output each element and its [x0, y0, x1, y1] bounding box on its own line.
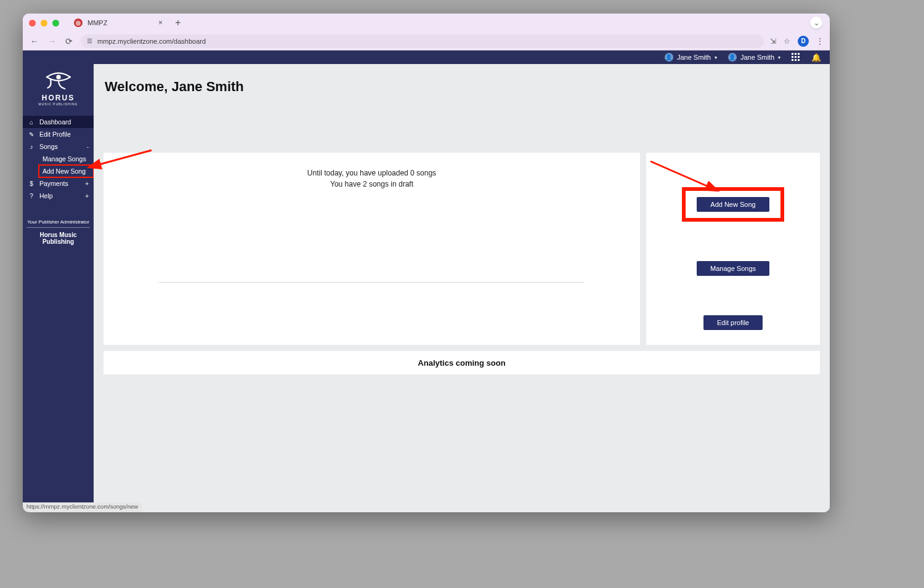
svg-point-0 [56, 75, 60, 79]
question-icon: ? [28, 193, 35, 199]
expand-icon: + [85, 180, 89, 187]
edit-profile-button[interactable]: Edit profile [703, 315, 763, 330]
publisher-admin-name: Horus Music Publishing [26, 232, 90, 245]
stats-card: Until today, you have uploaded 0 songs Y… [103, 153, 640, 345]
url-text: mmpz.myclientzone.com/dashboard [97, 38, 206, 45]
annotation-highlight-box: Add New Song [682, 187, 784, 222]
browser-menu-icon[interactable]: ⋮ [816, 37, 824, 46]
sidebar-item-label: Help [39, 192, 53, 199]
topbar-user-menu-1[interactable]: 👤 Jane Smith ▾ [665, 53, 717, 62]
sidebar-item-label: Payments [39, 180, 68, 187]
browser-titlebar: ◎ MMPZ × + ⌄ [23, 14, 830, 32]
bookmark-icon[interactable]: ☆ [784, 37, 790, 46]
status-url: https://mmpz.myclientzone.com/songs/new [26, 503, 138, 510]
app-root: 👤 Jane Smith ▾ 👤 Jane Smith ▾ 🔔 [23, 50, 830, 512]
publisher-admin-block: Your Publisher Administrator Horus Music… [23, 219, 94, 245]
apps-grid-icon[interactable] [792, 53, 800, 62]
browser-address-bar: ← → ⟳ ☰ mmpz.myclientzone.com/dashboard … [23, 32, 830, 50]
main-content: Welcome, Jane Smith Until today, you hav… [94, 50, 830, 512]
caret-down-icon: ▾ [715, 55, 717, 60]
analytics-card: Analytics coming soon [103, 351, 820, 374]
sidebar-nav: ⌂ Dashboard ✎ Edit Profile ♪ Songs - Man… [23, 116, 94, 202]
sidebar-item-dashboard[interactable]: ⌂ Dashboard [23, 116, 94, 128]
add-new-song-button[interactable]: Add New Song [697, 197, 769, 212]
sidebar-item-payments[interactable]: $ Payments + [23, 177, 94, 190]
tab-favicon-icon: ◎ [74, 18, 83, 27]
window-controls [29, 20, 59, 26]
dashboard-panels: Until today, you have uploaded 0 songs Y… [103, 153, 820, 345]
sidebar-item-help[interactable]: ? Help + [23, 190, 94, 202]
actions-card: Add New Song Manage Songs Edit profile [646, 153, 820, 345]
user-avatar-icon: 👤 [728, 53, 737, 62]
horus-eye-icon [45, 70, 72, 91]
close-window-icon[interactable] [29, 20, 36, 26]
user-edit-icon: ✎ [28, 131, 35, 138]
publisher-admin-label: Your Publisher Administrator [26, 219, 90, 228]
sidebar-subitem-add-new-song[interactable]: Add New Song [39, 165, 94, 177]
analytics-text: Analytics coming soon [418, 358, 505, 368]
brand-logo: HORUS MUSIC PUBLISHING [23, 64, 94, 116]
browser-tab[interactable]: ◎ MMPZ × [70, 15, 169, 30]
brand-name: HORUS [42, 94, 75, 102]
topbar-user-name: Jane Smith [677, 54, 711, 61]
browser-window: ◎ MMPZ × + ⌄ ← → ⟳ ☰ mmpz.myclientzone.c… [23, 14, 830, 512]
manage-songs-button[interactable]: Manage Songs [697, 261, 769, 276]
upload-stats: Until today, you have uploaded 0 songs Y… [307, 167, 436, 190]
notifications-bell-icon[interactable]: 🔔 [811, 53, 821, 62]
tab-close-icon[interactable]: × [158, 18, 163, 27]
minimize-window-icon[interactable] [41, 20, 47, 26]
topbar-user-menu-2[interactable]: 👤 Jane Smith ▾ [728, 53, 780, 62]
sidebar-songs-submenu: Manage Songs Add New Song [23, 153, 94, 177]
sidebar-item-label: Songs [39, 143, 58, 150]
sidebar: HORUS MUSIC PUBLISHING ⌂ Dashboard ✎ Edi… [23, 50, 94, 512]
site-settings-icon[interactable]: ☰ [87, 38, 92, 44]
install-app-icon[interactable]: ⇲ [770, 37, 776, 46]
sidebar-item-label: Edit Profile [39, 131, 71, 138]
sidebar-item-label: Dashboard [39, 118, 71, 126]
stats-line: You have 2 songs in draft [307, 179, 436, 190]
page-title: Welcome, Jane Smith [105, 79, 820, 95]
sidebar-item-label: Add New Song [43, 167, 86, 175]
divider [159, 282, 585, 283]
topbar-user-name: Jane Smith [740, 54, 774, 61]
stats-line: Until today, you have uploaded 0 songs [307, 167, 436, 179]
browser-status-bar: https://mmpz.myclientzone.com/songs/new [23, 502, 142, 512]
forward-icon[interactable]: → [46, 36, 57, 46]
caret-down-icon: ▾ [778, 55, 780, 60]
tab-title: MMPZ [87, 19, 107, 26]
expand-icon: + [85, 193, 89, 199]
sidebar-subitem-manage-songs[interactable]: Manage Songs [39, 153, 94, 165]
app-topbar: 👤 Jane Smith ▾ 👤 Jane Smith ▾ 🔔 [23, 50, 830, 64]
brand-subtitle: MUSIC PUBLISHING [39, 102, 78, 106]
sidebar-item-songs[interactable]: ♪ Songs - [23, 140, 94, 153]
url-field[interactable]: ☰ mmpz.myclientzone.com/dashboard [81, 34, 764, 48]
music-note-icon: ♪ [28, 143, 35, 150]
maximize-window-icon[interactable] [52, 20, 59, 26]
browser-toolbar-right: ⇲ ☆ D ⋮ [770, 36, 824, 47]
currency-icon: $ [28, 180, 35, 187]
sidebar-item-label: Manage Songs [43, 155, 86, 163]
profile-avatar-icon[interactable]: D [798, 36, 809, 47]
tabs-overflow-icon[interactable]: ⌄ [810, 17, 822, 29]
user-avatar-icon: 👤 [665, 53, 673, 62]
home-icon: ⌂ [28, 119, 35, 126]
sidebar-item-edit-profile[interactable]: ✎ Edit Profile [23, 128, 94, 140]
reload-icon[interactable]: ⟳ [63, 36, 75, 46]
collapse-icon: - [87, 143, 89, 150]
new-tab-button[interactable]: + [171, 16, 185, 30]
back-icon[interactable]: ← [29, 36, 40, 46]
